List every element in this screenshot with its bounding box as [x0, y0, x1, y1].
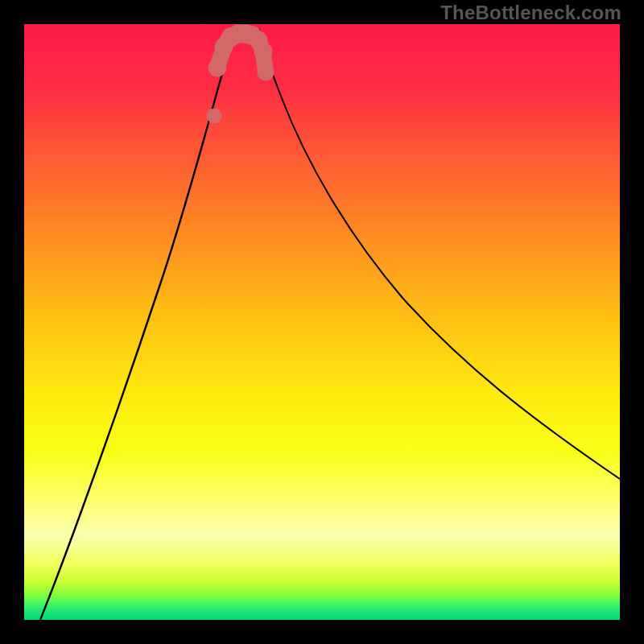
- plot-area: [24, 24, 620, 620]
- svg-point-9: [258, 64, 274, 80]
- right-curve: [259, 29, 620, 479]
- chart-frame: TheBottleneck.com: [0, 0, 644, 644]
- curve-layer: [24, 24, 620, 620]
- attribution-text: TheBottleneck.com: [440, 2, 621, 24]
- marker-chain: [207, 25, 274, 124]
- svg-point-0: [207, 109, 221, 123]
- left-curve: [40, 29, 235, 620]
- svg-point-8: [254, 43, 272, 60]
- svg-point-1: [208, 59, 226, 76]
